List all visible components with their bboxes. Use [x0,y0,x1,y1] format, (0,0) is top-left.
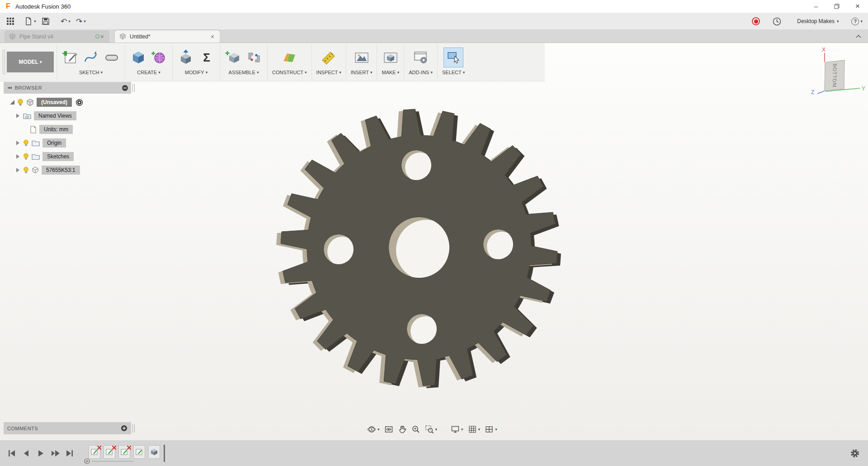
tree-item-label[interactable]: Sketches [42,152,74,161]
view-cube-face[interactable]: BOTTOM [824,60,844,91]
expand-icon[interactable] [16,141,19,145]
new-component-button[interactable] [225,49,242,66]
close-button[interactable]: × [847,0,868,13]
browser-header[interactable]: ◀◀ BROWSER [4,82,131,94]
view-cube-face-label[interactable]: BOTTOM [832,63,838,88]
browser-visibility-button[interactable] [122,85,128,91]
bulb-icon[interactable] [17,99,24,106]
expand-icon[interactable] [16,154,19,159]
sketch-slot-button[interactable] [103,49,120,66]
group-dropdown-create[interactable]: CREATE ▾ [137,70,160,75]
comments-panel[interactable]: COMMENTS [4,422,131,434]
measure-button[interactable] [320,49,337,66]
tab-close-button[interactable]: × [210,33,215,40]
create-sketch-button[interactable] [61,49,79,66]
help-menu-button[interactable]: ? ▾ [840,14,863,28]
timeline-feature-sketch[interactable] [104,445,115,459]
expand-root-icon[interactable] [10,100,14,105]
bulb-icon[interactable] [23,166,29,174]
tree-row-root[interactable]: (Unsaved) [4,95,139,109]
timeline-zoom-control[interactable] [84,458,133,464]
group-dropdown-assemble[interactable]: ASSEMBLE ▾ [229,70,259,75]
tree-row-component[interactable]: 57655K53:1 [4,163,139,177]
timeline-settings-button[interactable] [850,448,860,458]
expand-icon[interactable] [16,114,19,118]
group-dropdown-insert[interactable]: INSERT ▾ [351,70,373,75]
bulb-icon[interactable] [23,139,29,147]
tree-item-label[interactable]: 57655K53:1 [42,166,80,175]
tree-item-label[interactable]: Units: mm [39,125,73,134]
zoom-window-button[interactable]: ▾ [423,423,439,435]
tab-untitled[interactable]: Untitled* × [115,30,220,43]
sketch-spline-button[interactable] [82,49,99,66]
root-document-label[interactable]: (Unsaved) [37,98,72,107]
toolbar-grip[interactable] [3,49,5,75]
timeline-feature-sketch[interactable] [89,445,100,459]
group-dropdown-sketch[interactable]: SKETCH ▾ [79,70,103,75]
expand-icon[interactable] [16,168,19,172]
desktop-makes-dropdown[interactable]: Desktop Makes ▾ [785,14,839,28]
tab-close-button[interactable]: × [99,33,105,40]
tree-row-named-views[interactable]: Named Views [4,109,139,123]
extrude-button[interactable] [130,49,147,66]
file-menu-button[interactable]: ▾ [24,14,37,28]
timeline-feature-sketch[interactable] [133,445,145,459]
tree-item-label[interactable]: Origin [42,138,66,147]
undo-button[interactable]: ↶ ▾ [59,14,72,28]
make-3d-print-button[interactable] [382,49,399,66]
joint-button[interactable] [245,49,263,66]
add-comment-button[interactable] [121,425,127,432]
redo-button[interactable]: ↷ ▾ [74,14,88,28]
orbit-button[interactable]: ▾ [365,423,382,435]
bulb-icon[interactable] [23,153,29,160]
tab-pipe-stand-v4[interactable]: Pipe Stand v4 × [5,30,109,43]
view-cube[interactable]: X BOTTOM Y Z [809,47,867,103]
minimize-button[interactable]: – [806,0,826,13]
display-settings-button[interactable]: ▾ [449,423,465,435]
look-at-button[interactable] [382,423,395,435]
screencast-record-button[interactable] [752,17,760,25]
timeline-go-to-end-button[interactable] [62,446,77,461]
save-button[interactable] [39,14,52,28]
app-grid-button[interactable] [4,14,17,28]
timeline-step-back-button[interactable] [19,446,33,461]
workspace-selector[interactable]: MODEL ▾ [7,52,54,72]
panel-resize-grip[interactable] [132,424,135,433]
scripts-addins-button[interactable] [412,49,429,66]
press-pull-button[interactable] [177,49,194,66]
timeline-step-forward-button[interactable] [48,446,62,461]
group-dropdown-construct[interactable]: CONSTRUCT ▾ [272,70,307,75]
grid-snap-button[interactable]: ▾ [466,423,482,435]
timeline-feature-extrude[interactable] [148,445,160,459]
tree-row-sketches[interactable]: Sketches [4,150,139,163]
zoom-button[interactable] [410,423,422,435]
modeling-canvas[interactable]: MODEL ▾ [0,43,868,440]
job-status-button[interactable] [770,14,783,28]
group-dropdown-modify[interactable]: MODIFY ▾ [185,70,208,75]
timeline-playhead[interactable] [164,445,165,462]
tree-row-units[interactable]: Units: mm [4,123,139,136]
change-parameters-button[interactable]: Σ [198,49,215,66]
group-dropdown-addins[interactable]: ADD-INS ▾ [409,70,433,75]
group-dropdown-make[interactable]: MAKE ▾ [382,70,399,75]
group-dropdown-inspect[interactable]: INSPECT ▾ [316,70,341,75]
collapse-panel-icon[interactable]: ◀◀ [7,86,11,90]
insert-image-button[interactable] [353,49,370,66]
construction-plane-button[interactable] [281,49,298,66]
timeline-go-to-start-button[interactable] [5,446,19,461]
timeline-feature-sketch[interactable] [118,445,130,459]
create-form-button[interactable] [151,49,168,66]
timeline-zoom-track[interactable] [92,461,133,461]
timeline-play-button[interactable] [33,446,48,461]
select-button[interactable] [443,48,463,67]
pan-button[interactable] [396,423,409,435]
activate-radio-icon[interactable] [75,99,83,106]
tree-row-origin[interactable]: Origin [4,136,139,150]
restore-button[interactable] [826,0,847,13]
viewports-button[interactable]: ▾ [483,423,499,435]
collapse-toolbar-button[interactable] [855,32,862,40]
tree-item-label[interactable]: Named Views [34,111,76,120]
group-dropdown-select[interactable]: SELECT ▾ [442,70,465,75]
panel-resize-grip[interactable] [132,84,135,92]
caret-down-icon: ▾ [860,19,863,24]
